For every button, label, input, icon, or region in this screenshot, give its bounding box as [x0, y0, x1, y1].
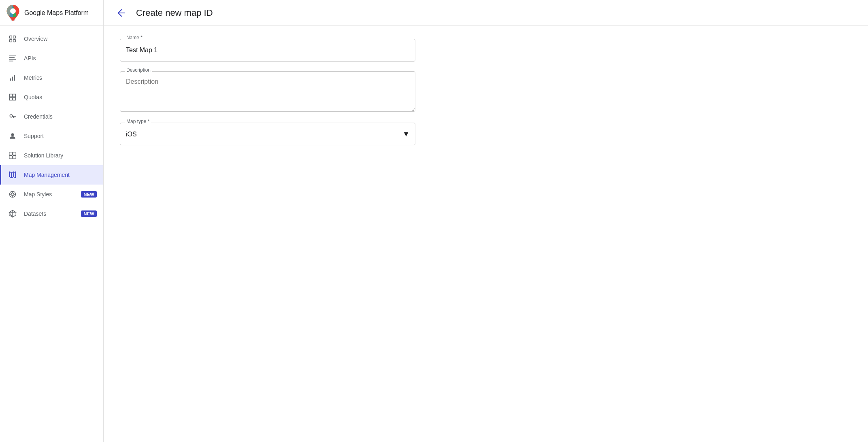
svg-point-1: [10, 8, 16, 14]
svg-rect-20: [13, 117, 14, 118]
metrics-icon: [8, 73, 17, 83]
sidebar-header: Google Maps Platform: [0, 0, 103, 26]
name-field-container: Name: [120, 39, 411, 62]
apis-icon: [8, 53, 17, 63]
svg-rect-4: [10, 40, 12, 42]
sidebar-item-metrics[interactable]: Metrics: [0, 68, 103, 87]
map-management-icon: [8, 170, 17, 180]
sidebar-item-apis[interactable]: APIs: [0, 49, 103, 68]
sidebar-item-solution-library[interactable]: Solution Library: [0, 146, 103, 165]
map-type-label: Map type: [125, 119, 151, 124]
back-button[interactable]: [113, 5, 130, 21]
svg-point-17: [10, 115, 13, 117]
credentials-icon: [8, 112, 17, 121]
svg-rect-13: [10, 94, 13, 97]
description-field-container: Description: [120, 71, 411, 113]
form-area: Name Description Map type JavaScript And…: [104, 26, 428, 168]
svg-rect-7: [9, 57, 15, 58]
svg-point-21: [11, 133, 14, 136]
svg-rect-19: [15, 117, 15, 118]
svg-rect-11: [12, 77, 13, 81]
map-styles-icon: [8, 189, 17, 199]
svg-rect-22: [9, 152, 13, 155]
description-label: Description: [125, 67, 152, 73]
page-title: Create new map ID: [136, 8, 213, 18]
svg-rect-10: [10, 79, 11, 81]
name-input[interactable]: [120, 39, 415, 62]
svg-rect-14: [13, 94, 16, 97]
sidebar-item-datasets[interactable]: Datasets NEW: [0, 204, 103, 223]
sidebar-nav: Overview APIs Metrics: [0, 26, 103, 442]
svg-rect-18: [13, 116, 16, 117]
sidebar-item-quotas[interactable]: Quotas: [0, 87, 103, 107]
sidebar-label-map-styles: Map Styles: [24, 191, 74, 198]
svg-rect-6: [9, 55, 16, 56]
map-styles-badge: NEW: [81, 191, 97, 198]
sidebar-label-quotas: Quotas: [24, 94, 97, 100]
sidebar-item-map-styles[interactable]: Map Styles NEW: [0, 185, 103, 204]
main-header: Create new map ID: [104, 0, 868, 26]
datasets-icon: [8, 209, 17, 219]
sidebar-item-credentials[interactable]: Credentials: [0, 107, 103, 126]
description-input[interactable]: [120, 71, 415, 112]
quotas-icon: [8, 92, 17, 102]
solution-library-icon: [8, 151, 17, 160]
main-content: Create new map ID Name Description Map t…: [104, 0, 868, 442]
google-maps-logo: [6, 5, 19, 21]
svg-rect-24: [9, 156, 13, 159]
support-icon: [8, 131, 17, 141]
datasets-badge: NEW: [81, 210, 97, 217]
map-type-select-wrapper: JavaScript Android iOS ▼: [120, 123, 415, 145]
svg-rect-2: [10, 36, 12, 38]
svg-rect-23: [13, 152, 16, 155]
sidebar-label-map-management: Map Management: [24, 172, 97, 178]
sidebar: Google Maps Platform Overview: [0, 0, 104, 442]
svg-rect-12: [14, 75, 15, 81]
overview-icon: [8, 34, 17, 44]
sidebar-label-overview: Overview: [24, 36, 97, 42]
svg-rect-3: [13, 36, 16, 38]
svg-rect-5: [13, 40, 16, 42]
svg-point-29: [11, 193, 14, 196]
sidebar-label-datasets: Datasets: [24, 210, 74, 217]
sidebar-item-overview[interactable]: Overview: [0, 29, 103, 49]
map-type-field-container: Map type JavaScript Android iOS ▼: [120, 123, 411, 145]
sidebar-label-support: Support: [24, 133, 97, 139]
sidebar-item-support[interactable]: Support: [0, 126, 103, 146]
svg-rect-16: [13, 98, 16, 100]
sidebar-item-map-management[interactable]: Map Management: [0, 165, 103, 185]
svg-rect-9: [9, 61, 13, 62]
sidebar-label-credentials: Credentials: [24, 113, 97, 120]
back-arrow-icon: [117, 8, 126, 18]
name-label: Name: [125, 35, 144, 40]
sidebar-label-metrics: Metrics: [24, 74, 97, 81]
map-type-select[interactable]: JavaScript Android iOS: [120, 123, 415, 145]
svg-rect-25: [13, 156, 16, 159]
svg-marker-35: [9, 210, 16, 217]
sidebar-label-apis: APIs: [24, 55, 97, 62]
svg-rect-15: [10, 98, 13, 100]
sidebar-label-solution-library: Solution Library: [24, 152, 97, 159]
svg-rect-8: [9, 59, 16, 60]
app-title: Google Maps Platform: [24, 9, 89, 17]
